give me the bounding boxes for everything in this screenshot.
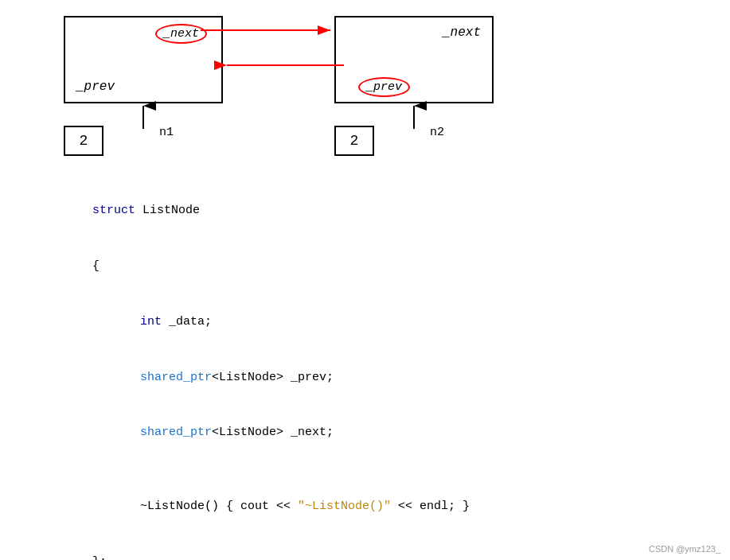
blank-line1: [64, 461, 470, 479]
node2-box: _next _prev: [334, 16, 494, 103]
open-brace-line: {: [64, 239, 470, 294]
close-brace-struct-line: };: [64, 535, 470, 560]
watermark: CSDN @ymz123_: [649, 544, 720, 554]
node1-box: _next _prev: [64, 16, 223, 103]
shared-ptr-next-line: shared_ptr<ListNode> _next;: [111, 405, 470, 461]
node2-value: 2: [350, 133, 359, 149]
struct-line: struct ListNode: [64, 183, 470, 239]
node2-value-box: 2: [334, 126, 374, 156]
n2-label: n2: [430, 126, 444, 139]
node2-prev-oval: _prev: [358, 77, 410, 97]
struct-keyword: struct: [92, 204, 135, 217]
shared-ptr-prev-line: shared_ptr<ListNode> _prev;: [111, 349, 470, 405]
diagram-area: _next _prev _next _prev: [0, 0, 730, 175]
node1-value-box: 2: [64, 126, 103, 156]
node1-value: 2: [80, 133, 88, 149]
int-data-line: int _data;: [111, 294, 470, 350]
node2-next-label: _next: [443, 25, 481, 40]
node1-next-label: _next: [155, 24, 207, 44]
node1-prev-label: _prev: [76, 80, 115, 94]
n1-label: n1: [159, 126, 174, 139]
struct-name: ListNode: [135, 204, 200, 217]
code-section: struct ListNode { int _data; shared_ptr<…: [64, 183, 470, 560]
destructor-line: ~ListNode() { cout << "~ListNode()" << e…: [111, 479, 470, 535]
